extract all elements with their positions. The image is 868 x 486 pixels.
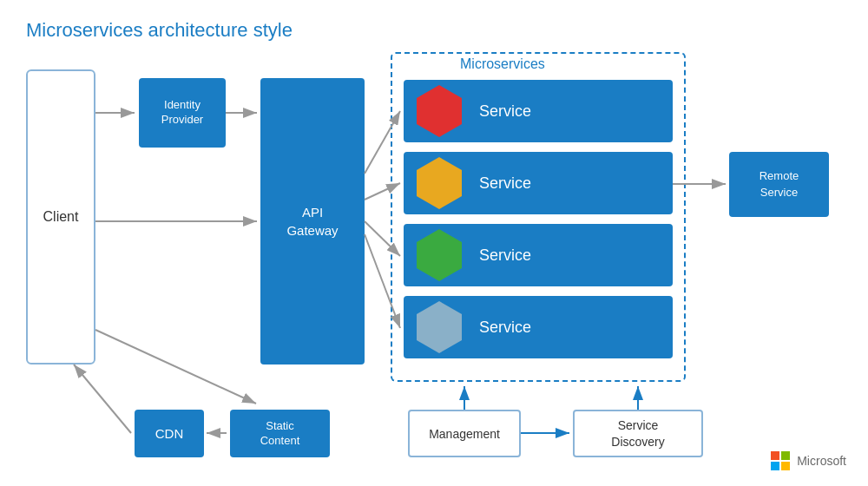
management-box: Management	[408, 410, 521, 457]
management-label: Management	[429, 427, 500, 441]
microsoft-logo: Microsoft	[771, 451, 846, 470]
remote-service-box: RemoteService	[729, 152, 829, 217]
hex-green	[417, 229, 462, 281]
client-label: Client	[43, 209, 79, 225]
ms-yellow-square	[781, 462, 790, 470]
cdn-label: CDN	[155, 426, 184, 441]
hex-red	[417, 85, 462, 137]
service-label-1: Service	[479, 102, 531, 121]
diagram-container: Microservices architecture style Microse…	[0, 0, 868, 486]
service-row-3: Service	[404, 224, 673, 286]
service-label-3: Service	[479, 246, 531, 265]
static-content-label: StaticContent	[260, 419, 300, 449]
service-discovery-box: ServiceDiscovery	[573, 410, 703, 457]
service-row-2: Service	[404, 152, 673, 214]
service-label-2: Service	[479, 174, 531, 193]
microsoft-label: Microsoft	[797, 454, 846, 468]
service-row-4: Service	[404, 296, 673, 358]
remote-service-label: RemoteService	[760, 168, 799, 200]
ms-red-square	[771, 451, 779, 460]
service-label-4: Service	[479, 319, 531, 337]
api-gateway-box: APIGateway	[260, 78, 365, 364]
cdn-box: CDN	[135, 410, 204, 457]
svg-line-16	[95, 330, 256, 404]
ms-grid-icon	[771, 451, 790, 470]
static-content-box: StaticContent	[230, 410, 330, 457]
hex-gray	[417, 301, 462, 353]
svg-line-15	[74, 364, 131, 433]
discovery-label: ServiceDiscovery	[611, 417, 664, 449]
ms-blue-square	[771, 462, 779, 470]
ms-green-square	[781, 451, 790, 460]
page-title: Microservices architecture style	[26, 19, 293, 42]
identity-provider-box: IdentityProvider	[139, 78, 226, 148]
hex-yellow	[417, 157, 462, 209]
client-box: Client	[26, 69, 95, 364]
identity-label: IdentityProvider	[161, 98, 203, 128]
gateway-label: APIGateway	[286, 203, 338, 240]
service-row-1: Service	[404, 80, 673, 142]
